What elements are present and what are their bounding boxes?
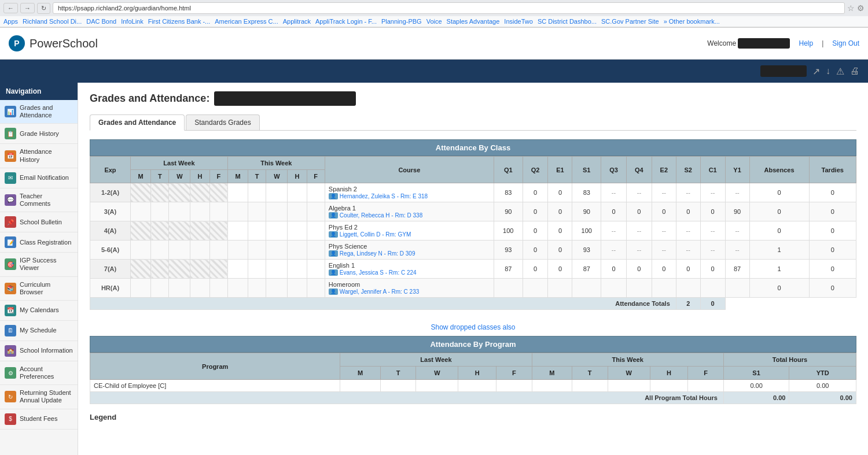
address-bar[interactable] [53, 2, 845, 14]
sidebar-label: Grade History [20, 130, 59, 138]
sidebar-item-curriculum-browser[interactable]: 📚 Curriculum Browser [0, 277, 78, 301]
student-selector[interactable] [760, 65, 807, 77]
ptw-f: F [688, 367, 724, 380]
show-dropped-link[interactable]: Show dropped classes also [431, 323, 515, 331]
lw-h-cell [190, 279, 209, 298]
exp-cell: 3(A) [90, 202, 131, 221]
s2-cell: 0 [676, 202, 700, 221]
bookmark-sc-district[interactable]: SC District Dashbo... [538, 18, 597, 25]
teacher-link[interactable]: 👤 Rega, Lindsey N - Rm: D 309 [329, 250, 490, 257]
s1-cell: 90 [572, 202, 601, 221]
sidebar-item-student-fees[interactable]: $ Student Fees [0, 409, 78, 430]
sidebar-item-grade-history[interactable]: 📋 Grade History [0, 124, 78, 144]
q4-header: Q4 [626, 157, 652, 183]
bookmark-insidetwo[interactable]: InsideTwo [504, 18, 533, 25]
bookmark-voice[interactable]: Voice [426, 18, 442, 25]
q4-cell: -- [626, 183, 652, 202]
teacher-link[interactable]: 👤 Evans, Jessica S - Rm: C 224 [329, 269, 490, 276]
bookmark-applitrack[interactable]: Applitrack [283, 18, 311, 25]
s1-cell: 83 [572, 183, 601, 202]
c1-cell: -- [700, 241, 725, 260]
tab-standards-grades[interactable]: Standards Grades [186, 114, 259, 130]
course-cell: Spanish 2 👤 Hernandez, Zuleika S - Rm: E… [325, 183, 494, 202]
sign-out-link[interactable]: Sign Out [832, 39, 859, 47]
external-link-icon[interactable]: ↗ [812, 66, 820, 77]
teacher-icon: 👤 [329, 269, 338, 276]
tw-m-cell [227, 260, 248, 279]
course-name: Spanish 2 [329, 186, 490, 193]
sidebar-item-returning-student[interactable]: ↻ Returning Student Annual Update [0, 385, 78, 409]
refresh-button[interactable]: ↻ [37, 3, 50, 14]
q3-cell: -- [601, 241, 627, 260]
back-button[interactable]: ← [3, 3, 18, 13]
teacher-link[interactable]: 👤 Hernandez, Zuleika S - Rm: E 318 [329, 193, 490, 199]
bookmark-applitrack-login[interactable]: AppliTrack Login - F... [315, 18, 377, 25]
lw-w-cell [169, 221, 190, 241]
bookmark-planning[interactable]: Planning-PBG [381, 18, 422, 25]
forward-button[interactable]: → [20, 3, 35, 13]
sidebar-item-igp-success-viewer[interactable]: 🎯 IGP Success Viewer [0, 253, 78, 276]
bookmark-citizens[interactable]: First Citizens Bank -... [148, 18, 211, 25]
sidebar-item-teacher-comments[interactable]: 💬 Teacher Comments [0, 188, 78, 212]
prog-last-week-header: Last Week [340, 353, 532, 367]
tab-grades-attendance[interactable]: Grades and Attendance [90, 114, 185, 131]
e1-cell [548, 279, 572, 298]
sidebar-label: Account Preferences [20, 365, 73, 380]
q3-cell: 0 [601, 202, 627, 221]
course-cell: Algebra 1 👤 Coulter, Rebecca H - Rm: D 3… [325, 202, 494, 221]
all-prog-s1: 0.00 [723, 392, 789, 404]
help-link[interactable]: Help [799, 39, 813, 47]
class-registration-icon: 📝 [5, 236, 16, 248]
sidebar-item-my-schedule[interactable]: 🗓 My Schedule [0, 321, 78, 341]
sidebar-item-my-calendars[interactable]: 📆 My Calendars [0, 301, 78, 321]
bookmark-richland[interactable]: Richland School Di... [23, 18, 82, 25]
p-lw-f [496, 380, 532, 392]
sidebar-item-class-registration[interactable]: 📝 Class Registration [0, 232, 78, 253]
bookmark-infolink[interactable]: InfoLink [121, 18, 144, 25]
sidebar-item-account-preferences[interactable]: ⚙ Account Preferences [0, 361, 78, 385]
e2-cell: 0 [652, 202, 676, 221]
download-icon[interactable]: ↓ [826, 66, 830, 76]
bookmark-dac[interactable]: DAC Bond [86, 18, 116, 25]
q4-cell: -- [626, 241, 652, 260]
sidebar-label: Curriculum Browser [20, 281, 73, 296]
tabs: Grades and Attendance Standards Grades [90, 114, 856, 131]
teacher-link[interactable]: 👤 Coulter, Rebecca H - Rm: D 338 [329, 212, 490, 219]
sidebar-item-email-notification[interactable]: ✉ Email Notification [0, 168, 78, 188]
y1-cell: -- [725, 241, 749, 260]
lw-w-cell [169, 260, 190, 279]
teacher-link[interactable]: 👤 Wargel, Jennifer A - Rm: C 233 [329, 288, 490, 295]
print-icon[interactable]: 🖨 [850, 66, 859, 76]
tardies-header: Tardies [809, 157, 856, 183]
tw-t-cell [248, 279, 266, 298]
teacher-link[interactable]: 👤 Liggett, Collin D - Rm: GYM [329, 231, 490, 238]
sidebar-label: Attendance History [20, 148, 73, 163]
bookmark-scgov[interactable]: SC.Gov Partner Site [601, 18, 659, 25]
bookmark-amex[interactable]: American Express C... [215, 18, 278, 25]
plw-w: W [416, 367, 458, 380]
teacher-icon: 👤 [329, 212, 338, 219]
teacher-icon: 👤 [329, 231, 338, 238]
ptw-h: H [650, 367, 687, 380]
course-name: Algebra 1 [329, 205, 490, 212]
alert-icon[interactable]: ⚠ [836, 66, 844, 77]
sidebar-item-school-bulletin[interactable]: 📌 School Bulletin [0, 212, 78, 232]
sidebar-item-grades-attendance[interactable]: 📊 Grades and Attendance [0, 100, 78, 124]
plw-m: M [340, 367, 380, 380]
s1-cell [572, 279, 601, 298]
school-info-icon: 🏫 [5, 345, 16, 357]
bookmark-staples[interactable]: Staples Advantage [447, 18, 500, 25]
e2-cell: -- [652, 221, 676, 241]
student-fees-icon: $ [5, 413, 16, 425]
tw-f: F [307, 170, 325, 183]
tw-f-cell [307, 241, 325, 260]
p-lw-w [416, 380, 458, 392]
bookmark-apps[interactable]: Apps [3, 18, 18, 25]
sidebar-item-school-information[interactable]: 🏫 School Information [0, 341, 78, 361]
total-tardies: 0 [700, 298, 725, 310]
s2-cell: -- [676, 241, 700, 260]
s1-cell: 100 [572, 221, 601, 241]
bookmark-more[interactable]: » Other bookmark... [664, 18, 720, 25]
sidebar-item-attendance-history[interactable]: 📅 Attendance History [0, 144, 78, 168]
tw-m: M [227, 170, 248, 183]
